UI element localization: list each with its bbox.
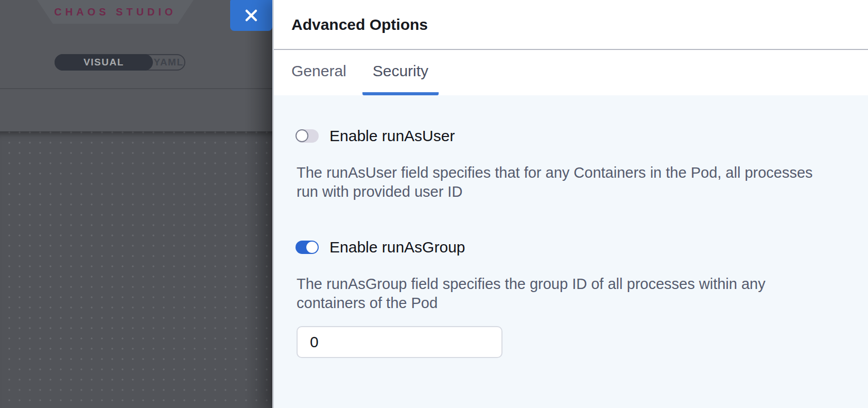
close-drawer-button[interactable]: [230, 0, 272, 31]
toolbar-divider: [0, 88, 272, 89]
run-as-group-toggle[interactable]: [296, 241, 319, 254]
tab-security[interactable]: Security: [362, 50, 439, 95]
close-icon: [245, 9, 258, 22]
yaml-mode-label: YAML: [153, 57, 183, 68]
tab-general[interactable]: General: [291, 50, 357, 95]
run-as-group-label: Enable runAsGroup: [329, 239, 465, 256]
run-as-group-id-input[interactable]: [297, 326, 502, 358]
toggle-knob: [306, 242, 318, 253]
advanced-options-drawer: Advanced Options General Security Enable…: [272, 0, 868, 408]
drawer-edge-shadow: [244, 0, 272, 408]
tab-general-label: General: [291, 62, 346, 80]
visual-yaml-switch: VISUAL YAML: [55, 54, 185, 71]
run-as-group-description: The runAsGroup field specifies the group…: [297, 275, 837, 313]
run-as-user-label: Enable runAsUser: [329, 127, 455, 145]
run-as-user-description: The runAsUser field specifies that for a…: [297, 163, 837, 201]
run-as-user-row: Enable runAsUser: [296, 127, 837, 145]
toggle-knob: [296, 129, 308, 142]
drawer-header: Advanced Options: [274, 0, 868, 50]
dotted-workflow-canvas: [0, 131, 272, 408]
app-logo-banner: CHAOS STUDIO: [37, 0, 194, 24]
tab-security-label: Security: [373, 62, 428, 80]
visual-mode-label: VISUAL: [83, 57, 124, 68]
visual-mode-button[interactable]: VISUAL: [55, 54, 153, 71]
dimmed-app-background: CHAOS STUDIO VISUAL YAML: [0, 0, 272, 408]
brand-name: CHAOS STUDIO: [54, 6, 176, 18]
yaml-mode-button[interactable]: YAML: [153, 55, 184, 70]
run-as-user-toggle[interactable]: [296, 129, 319, 143]
drawer-tab-bar: General Security: [274, 50, 868, 95]
run-as-group-row: Enable runAsGroup: [296, 239, 837, 256]
security-tab-content: Enable runAsUser The runAsUser field spe…: [274, 95, 868, 408]
drawer-title: Advanced Options: [291, 16, 428, 33]
